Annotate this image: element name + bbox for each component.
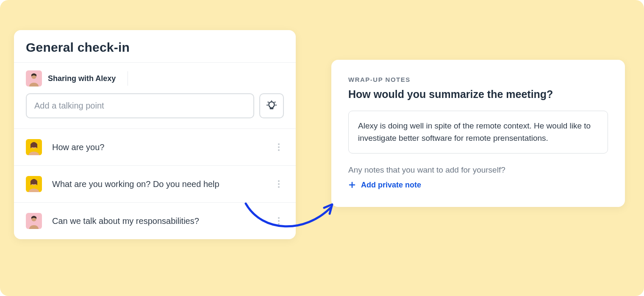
svg-point-7 bbox=[278, 143, 280, 145]
talking-point-text: Can we talk about my responsabilities? bbox=[52, 216, 274, 226]
talking-point-item[interactable]: What are you working on? Do you need hel… bbox=[14, 166, 296, 203]
checkin-card: General check-in Sharing with Alexy bbox=[14, 30, 296, 239]
svg-point-8 bbox=[278, 146, 280, 148]
wrapup-card: WRAP-UP NOTES How would you summarize th… bbox=[331, 60, 625, 207]
more-vertical-icon bbox=[278, 217, 280, 225]
sharing-label: Sharing with Alexy bbox=[48, 74, 116, 83]
talking-point-item[interactable]: Can we talk about my responsabilities? bbox=[14, 203, 296, 239]
wrapup-section-label: WRAP-UP NOTES bbox=[348, 76, 608, 83]
talking-point-text: How are you? bbox=[52, 142, 274, 152]
person-icon bbox=[26, 213, 42, 229]
svg-point-13 bbox=[278, 186, 280, 188]
svg-point-17 bbox=[278, 223, 280, 225]
svg-point-15 bbox=[278, 217, 280, 219]
person-icon bbox=[26, 70, 42, 87]
lightbulb-icon bbox=[266, 101, 277, 112]
avatar bbox=[26, 70, 42, 87]
summary-textarea[interactable]: Alexy is doing well in spite of the remo… bbox=[348, 111, 608, 154]
vertical-divider bbox=[128, 71, 128, 86]
more-vertical-icon bbox=[278, 143, 280, 151]
canvas-background: General check-in Sharing with Alexy bbox=[0, 0, 644, 296]
talking-points-list: How are you? What are you working on? Do… bbox=[14, 128, 296, 239]
svg-point-11 bbox=[278, 180, 280, 182]
avatar bbox=[26, 176, 42, 192]
checkin-title: General check-in bbox=[26, 40, 284, 55]
add-private-note-button[interactable]: Add private note bbox=[348, 181, 421, 190]
more-button[interactable] bbox=[274, 143, 284, 151]
talking-point-item[interactable]: How are you? bbox=[14, 129, 296, 166]
talking-point-input[interactable] bbox=[26, 93, 254, 118]
private-notes-prompt: Any notes that you want to add for yours… bbox=[348, 165, 608, 175]
avatar bbox=[26, 139, 42, 155]
svg-point-16 bbox=[278, 220, 280, 222]
checkin-header: General check-in bbox=[14, 30, 296, 63]
plus-icon bbox=[348, 181, 356, 189]
more-button[interactable] bbox=[274, 217, 284, 225]
more-vertical-icon bbox=[278, 180, 280, 188]
svg-point-9 bbox=[278, 149, 280, 151]
person-icon bbox=[26, 139, 42, 155]
avatar bbox=[26, 213, 42, 229]
sharing-row: Sharing with Alexy bbox=[14, 63, 296, 93]
more-button[interactable] bbox=[274, 180, 284, 188]
wrapup-title: How would you summarize the meeting? bbox=[348, 88, 608, 101]
svg-line-5 bbox=[275, 102, 275, 102]
talking-point-input-row bbox=[14, 93, 296, 128]
suggestion-button[interactable] bbox=[259, 93, 284, 118]
talking-point-text: What are you working on? Do you need hel… bbox=[52, 179, 274, 189]
svg-line-4 bbox=[268, 102, 269, 102]
add-private-note-label: Add private note bbox=[361, 181, 421, 190]
svg-point-12 bbox=[278, 183, 280, 185]
person-icon bbox=[26, 176, 42, 192]
